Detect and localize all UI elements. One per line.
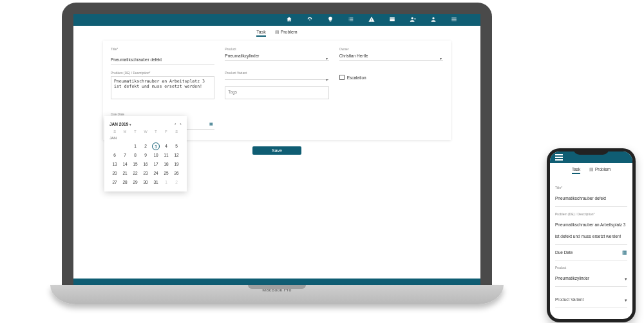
tags-field[interactable]: Tags: [555, 309, 627, 319]
tab-problem-label: Problem: [281, 30, 298, 34]
variant-field[interactable]: Product Variant ▾: [555, 288, 627, 308]
calendar-day[interactable]: 25: [161, 170, 171, 177]
calendar-day[interactable]: 10: [151, 152, 161, 159]
calendar-day[interactable]: 7: [120, 152, 130, 159]
owner-field-wrap: Owner Christian Hertle ▾: [339, 47, 443, 64]
title-label: Title*: [555, 186, 627, 190]
calendar-day[interactable]: 4: [161, 142, 171, 150]
chevron-down-icon: ▾: [440, 56, 442, 61]
top-nav: [73, 14, 480, 26]
calendar-day[interactable]: 13: [109, 161, 120, 168]
calendar-weekday: T: [130, 130, 140, 133]
user-add-icon[interactable]: [410, 16, 416, 24]
calendar-day[interactable]: 23: [140, 170, 151, 177]
calendar-day[interactable]: 27: [109, 179, 120, 186]
home-icon[interactable]: [286, 16, 292, 24]
calendar-day[interactable]: 3: [152, 142, 160, 150]
phone-notch: [573, 148, 609, 155]
calendar-icon[interactable]: ▦: [622, 250, 627, 255]
card-icon[interactable]: [389, 16, 395, 24]
checkbox-icon: [339, 75, 345, 80]
product-field[interactable]: Product Pneumatikzylinder ▾: [555, 262, 627, 287]
calendar-day[interactable]: 21: [120, 170, 130, 177]
chevron-down-icon: ▾: [326, 77, 328, 82]
owner-select[interactable]: Christian Hertle: [339, 52, 443, 61]
calendar-day[interactable]: 19: [171, 161, 182, 168]
escalation-checkbox[interactable]: Escalation: [339, 75, 443, 80]
calendar-day[interactable]: 8: [130, 152, 140, 159]
calendar-weekday: T: [151, 130, 161, 133]
save-button[interactable]: Save: [252, 146, 301, 155]
calendar-day[interactable]: 17: [151, 161, 161, 168]
tab-problem[interactable]: ▤ Problem: [275, 30, 298, 35]
calendar-day[interactable]: 14: [120, 161, 130, 168]
calendar-grid: SMTWTFSJAN 12345678910111213141516171819…: [109, 130, 182, 186]
calendar-day[interactable]: 11: [161, 152, 171, 159]
calendar-day[interactable]: 28: [120, 179, 130, 186]
calendar-day[interactable]: 2: [140, 142, 151, 150]
tab-task[interactable]: Task: [256, 30, 265, 37]
calendar-day-next[interactable]: 1: [161, 179, 171, 186]
calendar-next-icon[interactable]: ›: [180, 121, 182, 127]
chevron-down-icon: ▾: [625, 298, 627, 303]
tab-problem-label: Problem: [595, 167, 611, 171]
desc-input[interactable]: Pneumatikschrauber an Arbeitsplatz 3 ist…: [111, 76, 214, 99]
phone-screen: Task ▤ Problem Title* Pneumatikschrauber…: [550, 152, 632, 319]
desc-field[interactable]: Problem (DE) / Description* Pneumatiksch…: [555, 208, 627, 245]
tab-task[interactable]: Task: [572, 167, 580, 174]
duedate-field[interactable]: Due Date ▦: [555, 246, 627, 260]
menu-icon[interactable]: [451, 16, 457, 24]
laptop-device: Task ▤ Problem Title* Product Pneumatikz…: [50, 0, 504, 323]
calendar-day[interactable]: 20: [109, 170, 120, 177]
calendar-day[interactable]: 24: [151, 170, 161, 177]
calendar-day[interactable]: 16: [140, 161, 151, 168]
menu-icon[interactable]: [555, 154, 563, 161]
product-value: Pneumatikzylinder: [555, 276, 589, 280]
phone-tabs: Task ▤ Problem: [550, 163, 632, 178]
calendar-day[interactable]: 9: [140, 152, 151, 159]
variant-label: Product Variant: [555, 297, 583, 302]
calendar-day-next[interactable]: 2: [171, 179, 182, 186]
laptop-frame: Task ▤ Problem Title* Product Pneumatikz…: [62, 3, 492, 286]
calendar-day[interactable]: 26: [171, 170, 182, 177]
user-icon[interactable]: [430, 16, 437, 24]
variant-tags-wrap: Product Variant ▾ Tags: [225, 71, 328, 102]
calendar-day[interactable]: 31: [151, 179, 161, 186]
phone-form: Title* Pneumatikschrauber defekt Problem…: [550, 178, 632, 319]
calendar-day[interactable]: 22: [130, 170, 140, 177]
title-field[interactable]: Title* Pneumatikschrauber defekt: [555, 182, 627, 207]
calendar-day[interactable]: 6: [109, 152, 120, 159]
calendar-day[interactable]: 15: [130, 161, 140, 168]
calendar-day[interactable]: 18: [161, 161, 171, 168]
calendar-day[interactable]: 5: [171, 142, 182, 150]
calendar-weekday: W: [140, 130, 151, 133]
bulb-icon[interactable]: [327, 16, 334, 24]
calendar-day[interactable]: 1: [130, 142, 140, 150]
desc-field-wrap: Problem (DE) / Description* Pneumatiksch…: [111, 71, 214, 102]
calendar-icon[interactable]: ▦: [209, 121, 213, 126]
title-value: Pneumatikschrauber defekt: [555, 196, 606, 201]
list-icon[interactable]: [348, 16, 354, 24]
product-select[interactable]: Pneumatikzylinder: [225, 52, 328, 61]
laptop-base: MacBook Pro: [50, 285, 504, 304]
tab-problem[interactable]: ▤ Problem: [589, 167, 611, 172]
calendar-day[interactable]: 12: [171, 152, 182, 159]
desc-label: Problem (DE) / Description*: [555, 212, 627, 216]
desc-label: Problem (DE) / Description*: [111, 71, 214, 75]
calendar-prev-icon[interactable]: ‹: [175, 121, 176, 127]
title-label: Title*: [111, 47, 214, 51]
calendar-month-label: JAN: [109, 135, 182, 141]
calendar-day[interactable]: 29: [130, 179, 140, 186]
calendar-day[interactable]: 30: [140, 179, 151, 186]
tags-input[interactable]: Tags: [225, 86, 328, 99]
chevron-down-icon: ▾: [625, 277, 627, 282]
calendar-weekday: F: [161, 130, 171, 133]
phone-device: Task ▤ Problem Title* Pneumatikschrauber…: [547, 148, 636, 322]
title-input[interactable]: [111, 56, 214, 64]
dashboard-icon[interactable]: [307, 16, 313, 24]
warning-icon[interactable]: [368, 16, 375, 24]
date-picker: JAN 2019 ‹ › SMTWTFSJAN 1234567891011121…: [104, 116, 187, 191]
calendar-title[interactable]: JAN 2019: [109, 122, 131, 126]
variant-select[interactable]: [225, 76, 328, 80]
duedate-label: Due Date: [555, 250, 627, 255]
